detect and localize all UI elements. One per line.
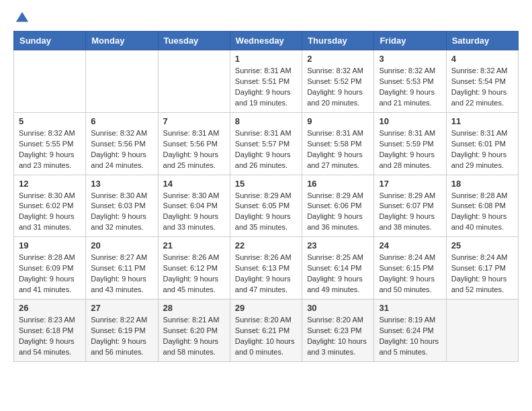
calendar-cell: 7Sunrise: 8:31 AM Sunset: 5:56 PM Daylig… — [158, 112, 230, 175]
day-number: 9 — [307, 116, 369, 126]
calendar-cell: 15Sunrise: 8:29 AM Sunset: 6:05 PM Dayli… — [230, 175, 302, 237]
day-number: 24 — [379, 240, 441, 250]
day-info: Sunrise: 8:19 AM Sunset: 6:24 PM Dayligh… — [379, 315, 441, 358]
day-number: 21 — [163, 240, 225, 250]
day-info: Sunrise: 8:26 AM Sunset: 6:13 PM Dayligh… — [235, 253, 297, 295]
day-info: Sunrise: 8:30 AM Sunset: 6:02 PM Dayligh… — [19, 191, 81, 234]
calendar-cell: 9Sunrise: 8:31 AM Sunset: 5:58 PM Daylig… — [302, 112, 374, 175]
week-row-5: 26Sunrise: 8:23 AM Sunset: 6:18 PM Dayli… — [14, 300, 519, 362]
day-number: 25 — [451, 240, 513, 250]
calendar-cell: 2Sunrise: 8:32 AM Sunset: 5:52 PM Daylig… — [302, 50, 374, 113]
day-info: Sunrise: 8:20 AM Sunset: 6:23 PM Dayligh… — [307, 315, 369, 358]
day-info: Sunrise: 8:31 AM Sunset: 5:51 PM Dayligh… — [235, 66, 297, 109]
day-number: 26 — [19, 303, 81, 313]
day-info: Sunrise: 8:27 AM Sunset: 6:11 PM Dayligh… — [91, 253, 152, 295]
calendar-cell: 14Sunrise: 8:30 AM Sunset: 6:04 PM Dayli… — [158, 175, 230, 237]
day-number: 8 — [235, 116, 297, 126]
svg-marker-0 — [16, 12, 28, 22]
day-number: 18 — [451, 179, 513, 189]
day-info: Sunrise: 8:30 AM Sunset: 6:03 PM Dayligh… — [91, 191, 152, 234]
day-info: Sunrise: 8:32 AM Sunset: 5:53 PM Dayligh… — [379, 66, 441, 109]
calendar-cell: 18Sunrise: 8:28 AM Sunset: 6:08 PM Dayli… — [446, 175, 518, 237]
calendar-cell: 30Sunrise: 8:20 AM Sunset: 6:23 PM Dayli… — [302, 300, 374, 362]
day-number: 30 — [307, 303, 369, 313]
calendar-cell: 5Sunrise: 8:32 AM Sunset: 5:55 PM Daylig… — [14, 112, 86, 175]
day-info: Sunrise: 8:29 AM Sunset: 6:06 PM Dayligh… — [307, 191, 369, 234]
day-number: 22 — [235, 240, 297, 250]
day-number: 15 — [235, 179, 297, 189]
page: SundayMondayTuesdayWednesdayThursdayFrid… — [0, 0, 532, 373]
day-info: Sunrise: 8:28 AM Sunset: 6:08 PM Dayligh… — [451, 191, 513, 234]
calendar-cell — [446, 300, 518, 362]
day-number: 10 — [379, 116, 441, 126]
day-info: Sunrise: 8:32 AM Sunset: 5:55 PM Dayligh… — [19, 128, 81, 171]
calendar-cell — [158, 50, 230, 113]
day-number: 29 — [235, 303, 297, 313]
calendar-cell: 8Sunrise: 8:31 AM Sunset: 5:57 PM Daylig… — [230, 112, 302, 175]
day-info: Sunrise: 8:32 AM Sunset: 5:52 PM Dayligh… — [307, 66, 369, 109]
day-number: 31 — [379, 303, 441, 313]
calendar: SundayMondayTuesdayWednesdayThursdayFrid… — [13, 31, 519, 362]
day-info: Sunrise: 8:32 AM Sunset: 5:54 PM Dayligh… — [451, 66, 513, 109]
day-number: 1 — [235, 54, 297, 64]
calendar-cell: 27Sunrise: 8:22 AM Sunset: 6:19 PM Dayli… — [86, 300, 158, 362]
week-row-4: 19Sunrise: 8:28 AM Sunset: 6:09 PM Dayli… — [14, 237, 519, 300]
weekday-header-saturday: Saturday — [446, 32, 518, 50]
day-info: Sunrise: 8:23 AM Sunset: 6:18 PM Dayligh… — [19, 315, 81, 358]
calendar-cell: 12Sunrise: 8:30 AM Sunset: 6:02 PM Dayli… — [14, 175, 86, 237]
day-info: Sunrise: 8:31 AM Sunset: 6:01 PM Dayligh… — [451, 128, 513, 171]
week-row-3: 12Sunrise: 8:30 AM Sunset: 6:02 PM Dayli… — [14, 175, 519, 237]
calendar-cell: 13Sunrise: 8:30 AM Sunset: 6:03 PM Dayli… — [86, 175, 158, 237]
calendar-cell: 19Sunrise: 8:28 AM Sunset: 6:09 PM Dayli… — [14, 237, 86, 300]
day-info: Sunrise: 8:31 AM Sunset: 5:59 PM Dayligh… — [379, 128, 441, 171]
calendar-cell: 31Sunrise: 8:19 AM Sunset: 6:24 PM Dayli… — [374, 300, 446, 362]
day-number: 14 — [163, 179, 225, 189]
day-info: Sunrise: 8:30 AM Sunset: 6:04 PM Dayligh… — [163, 191, 225, 234]
day-number: 5 — [19, 116, 81, 126]
calendar-cell: 22Sunrise: 8:26 AM Sunset: 6:13 PM Dayli… — [230, 237, 302, 300]
calendar-cell: 4Sunrise: 8:32 AM Sunset: 5:54 PM Daylig… — [446, 50, 518, 113]
day-number: 28 — [163, 303, 225, 313]
day-number: 13 — [91, 179, 152, 189]
day-number: 6 — [91, 116, 152, 126]
day-number: 2 — [307, 54, 369, 64]
calendar-cell: 16Sunrise: 8:29 AM Sunset: 6:06 PM Dayli… — [302, 175, 374, 237]
calendar-cell: 23Sunrise: 8:25 AM Sunset: 6:14 PM Dayli… — [302, 237, 374, 300]
weekday-header-tuesday: Tuesday — [158, 32, 230, 50]
logo-icon — [15, 11, 30, 26]
weekday-header-wednesday: Wednesday — [230, 32, 302, 50]
day-number: 27 — [91, 303, 152, 313]
calendar-cell: 17Sunrise: 8:29 AM Sunset: 6:07 PM Dayli… — [374, 175, 446, 237]
day-number: 4 — [451, 54, 513, 64]
day-info: Sunrise: 8:20 AM Sunset: 6:21 PM Dayligh… — [235, 315, 297, 358]
calendar-cell: 11Sunrise: 8:31 AM Sunset: 6:01 PM Dayli… — [446, 112, 518, 175]
week-row-1: 1Sunrise: 8:31 AM Sunset: 5:51 PM Daylig… — [14, 50, 519, 113]
calendar-cell: 10Sunrise: 8:31 AM Sunset: 5:59 PM Dayli… — [374, 112, 446, 175]
day-info: Sunrise: 8:28 AM Sunset: 6:09 PM Dayligh… — [19, 253, 81, 295]
day-info: Sunrise: 8:32 AM Sunset: 5:56 PM Dayligh… — [91, 128, 152, 171]
day-number: 7 — [163, 116, 225, 126]
day-number: 11 — [451, 116, 513, 126]
calendar-cell: 24Sunrise: 8:24 AM Sunset: 6:15 PM Dayli… — [374, 237, 446, 300]
day-number: 17 — [379, 179, 441, 189]
day-number: 19 — [19, 240, 81, 250]
calendar-cell: 26Sunrise: 8:23 AM Sunset: 6:18 PM Dayli… — [14, 300, 86, 362]
day-info: Sunrise: 8:24 AM Sunset: 6:17 PM Dayligh… — [451, 253, 513, 295]
calendar-cell: 6Sunrise: 8:32 AM Sunset: 5:56 PM Daylig… — [86, 112, 158, 175]
calendar-cell: 28Sunrise: 8:21 AM Sunset: 6:20 PM Dayli… — [158, 300, 230, 362]
day-info: Sunrise: 8:29 AM Sunset: 6:05 PM Dayligh… — [235, 191, 297, 234]
weekday-header-row: SundayMondayTuesdayWednesdayThursdayFrid… — [14, 32, 519, 50]
day-info: Sunrise: 8:31 AM Sunset: 5:57 PM Dayligh… — [235, 128, 297, 171]
weekday-header-monday: Monday — [86, 32, 158, 50]
calendar-cell: 21Sunrise: 8:26 AM Sunset: 6:12 PM Dayli… — [158, 237, 230, 300]
day-info: Sunrise: 8:31 AM Sunset: 5:58 PM Dayligh… — [307, 128, 369, 171]
calendar-cell — [14, 50, 86, 113]
calendar-cell — [86, 50, 158, 113]
day-info: Sunrise: 8:25 AM Sunset: 6:14 PM Dayligh… — [307, 253, 369, 295]
weekday-header-sunday: Sunday — [14, 32, 86, 50]
calendar-cell: 1Sunrise: 8:31 AM Sunset: 5:51 PM Daylig… — [230, 50, 302, 113]
day-number: 16 — [307, 179, 369, 189]
calendar-cell: 3Sunrise: 8:32 AM Sunset: 5:53 PM Daylig… — [374, 50, 446, 113]
day-number: 20 — [91, 240, 152, 250]
day-info: Sunrise: 8:29 AM Sunset: 6:07 PM Dayligh… — [379, 191, 441, 234]
